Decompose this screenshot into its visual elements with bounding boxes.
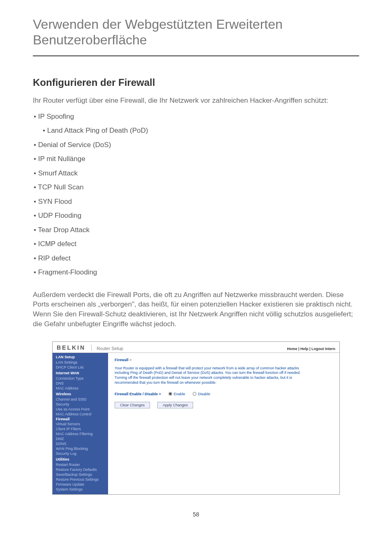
sidebar-item[interactable]: Restore Factory Defaults <box>53 467 108 472</box>
attack-bullet-list: • IP Spoofing• Land Attack Ping of Death… <box>33 111 359 278</box>
list-item: • IP mit Nullänge <box>34 154 359 164</box>
firewall-description: Your Router is equipped with a firewall … <box>115 366 304 385</box>
router-setup-title: Router Setup <box>92 346 287 351</box>
breadcrumb-sep: > <box>129 358 132 362</box>
header-links[interactable]: Home | Help | Logout Intern <box>287 347 335 351</box>
clear-changes-button[interactable]: Clear Changes <box>115 402 150 408</box>
breadcrumb: Firewall > <box>115 358 333 362</box>
page-number: 58 <box>33 511 359 518</box>
breadcrumb-text: Firewall <box>115 358 129 362</box>
sidebar-category: Utilities <box>53 456 108 462</box>
radio-unchecked-icon <box>193 392 196 396</box>
section-heading: Konfigurieren der Firewall <box>33 77 359 88</box>
apply-changes-button[interactable]: Apply Changes <box>157 402 193 408</box>
sidebar-item[interactable]: MAC Address Control <box>53 412 108 417</box>
body-paragraph: Außerdem verdeckt die Firewall Ports, di… <box>33 290 359 329</box>
router-main: Firewall > Your Router is equipped with … <box>108 353 339 494</box>
sidebar-item[interactable]: LAN Settings <box>53 360 108 365</box>
firewall-toggle-label: Firewall Enable / Disable > <box>115 392 161 396</box>
list-item: • Tear Drop Attack <box>34 225 359 235</box>
sidebar-item[interactable]: DNS <box>53 381 108 386</box>
sidebar-item[interactable]: MAC Address Filtering <box>53 431 108 436</box>
list-item: • SYN Flood <box>34 196 359 207</box>
sidebar-item[interactable]: Channel and SSID <box>53 397 108 402</box>
enable-label: Enable <box>174 392 185 396</box>
list-item: • TCP Null Scan <box>34 182 359 193</box>
list-item: • Smurf Attack <box>34 168 359 179</box>
sidebar-item[interactable]: Firewall <box>53 417 108 422</box>
sidebar-category: LAN Setup <box>53 354 108 360</box>
sidebar-category: Wireless <box>53 391 108 397</box>
radio-checked-icon <box>168 392 172 396</box>
router-header: BELKIN Router Setup Home | Help | Logout… <box>53 342 339 353</box>
page-title: Verwenden der Webgestützten Erweiterten … <box>33 16 359 56</box>
sidebar-item[interactable]: System Settings <box>53 487 108 492</box>
belkin-logo: BELKIN <box>57 344 92 351</box>
router-screenshot: BELKIN Router Setup Home | Help | Logout… <box>52 341 340 495</box>
sidebar-item[interactable]: Restore Previous Settings <box>53 477 108 482</box>
sidebar-category: Internet WAN <box>53 370 108 376</box>
sidebar-item[interactable]: DDNS <box>53 441 108 446</box>
sidebar-item[interactable]: WAN Ping Blocking <box>53 446 108 451</box>
sidebar-item[interactable]: Security Log <box>53 451 108 456</box>
sidebar-item[interactable]: Firmware Update <box>53 482 108 487</box>
sidebar-item[interactable]: Virtual Servers <box>53 422 108 426</box>
disable-label: Disable <box>198 392 210 396</box>
list-item: • Fragment-Flooding <box>34 267 359 278</box>
list-item: • IP Spoofing <box>34 111 359 122</box>
sidebar-item[interactable]: Save/Backup Settings <box>53 472 108 477</box>
sidebar-item[interactable]: DMZ <box>53 436 108 441</box>
sidebar-item[interactable]: Client IP Filters <box>53 426 108 431</box>
router-sidebar: LAN SetupLAN SettingsDHCP Client ListInt… <box>53 353 108 494</box>
sidebar-item[interactable]: Connection Type <box>53 376 108 381</box>
list-item: • ICMP defect <box>34 239 359 249</box>
list-item: • Land Attack Ping of Death (PoD) <box>34 125 359 136</box>
sidebar-item[interactable]: DHCP Client List <box>53 365 108 370</box>
enable-radio[interactable]: Enable <box>168 392 185 396</box>
disable-radio[interactable]: Disable <box>193 392 210 396</box>
intro-paragraph: Ihr Router verfügt über eine Firewall, d… <box>33 96 359 106</box>
list-item: • Denial of Service (DoS) <box>34 140 359 150</box>
sidebar-item[interactable]: Use as Access Point <box>53 407 108 412</box>
list-item: • UDP Flooding <box>34 210 359 221</box>
sidebar-item[interactable]: Restart Router <box>53 462 108 467</box>
sidebar-item[interactable]: Security <box>53 402 108 407</box>
list-item: • RIP defect <box>34 253 359 264</box>
sidebar-item[interactable]: MAC Address <box>53 386 108 391</box>
